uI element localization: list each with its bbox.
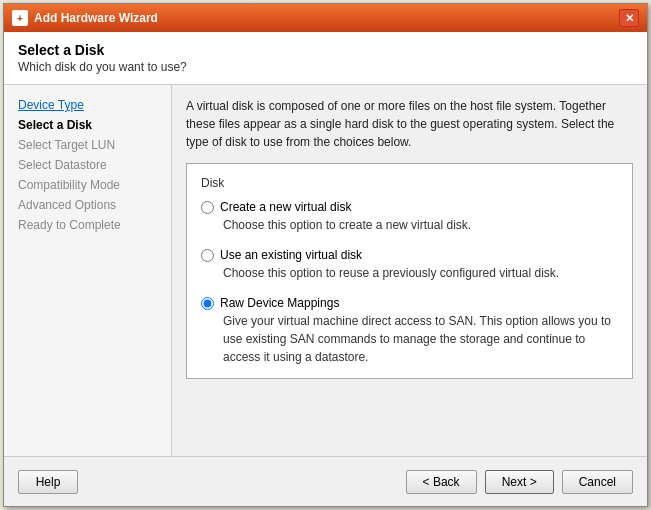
radio-new-disk[interactable] xyxy=(201,201,214,214)
radio-existing-disk[interactable] xyxy=(201,249,214,262)
content-area: Device Type Select a Disk Select Target … xyxy=(4,85,647,456)
option-new-disk: Create a new virtual disk Choose this op… xyxy=(201,200,618,234)
radio-raw-device-label[interactable]: Raw Device Mappings xyxy=(220,296,339,310)
sidebar-item-ready-to-complete: Ready to Complete xyxy=(4,215,171,235)
radio-new-disk-desc: Choose this option to create a new virtu… xyxy=(223,216,618,234)
next-button[interactable]: Next > xyxy=(485,470,554,494)
header: Select a Disk Which disk do you want to … xyxy=(4,32,647,85)
disk-group-label: Disk xyxy=(201,176,618,190)
sidebar: Device Type Select a Disk Select Target … xyxy=(4,85,172,456)
window-icon: + xyxy=(12,10,28,26)
disk-group: Disk Create a new virtual disk Choose th… xyxy=(186,163,633,379)
page-title: Select a Disk xyxy=(18,42,633,58)
footer: Help < Back Next > Cancel xyxy=(4,456,647,506)
footer-left: Help xyxy=(18,470,78,494)
sidebar-item-compatibility-mode: Compatibility Mode xyxy=(4,175,171,195)
sidebar-item-select-datastore: Select Datastore xyxy=(4,155,171,175)
wizard-window: + Add Hardware Wizard ✕ Select a Disk Wh… xyxy=(3,3,648,507)
main-panel: A virtual disk is composed of one or mor… xyxy=(172,85,647,456)
footer-right: < Back Next > Cancel xyxy=(406,470,633,494)
radio-new-disk-label[interactable]: Create a new virtual disk xyxy=(220,200,351,214)
sidebar-item-advanced-options: Advanced Options xyxy=(4,195,171,215)
close-button[interactable]: ✕ xyxy=(619,9,639,27)
sidebar-item-select-disk: Select a Disk xyxy=(4,115,171,135)
page-subtitle: Which disk do you want to use? xyxy=(18,60,633,74)
help-button[interactable]: Help xyxy=(18,470,78,494)
radio-raw-device[interactable] xyxy=(201,297,214,310)
window-title: Add Hardware Wizard xyxy=(34,11,619,25)
radio-existing-disk-label[interactable]: Use an existing virtual disk xyxy=(220,248,362,262)
sidebar-item-device-type[interactable]: Device Type xyxy=(4,95,171,115)
option-raw-device: Raw Device Mappings Give your virtual ma… xyxy=(201,296,618,366)
sidebar-item-target-lun: Select Target LUN xyxy=(4,135,171,155)
option-existing-disk: Use an existing virtual disk Choose this… xyxy=(201,248,618,282)
radio-existing-disk-desc: Choose this option to reuse a previously… xyxy=(223,264,618,282)
title-bar: + Add Hardware Wizard ✕ xyxy=(4,4,647,32)
back-button[interactable]: < Back xyxy=(406,470,477,494)
radio-raw-device-desc: Give your virtual machine direct access … xyxy=(223,312,618,366)
cancel-button[interactable]: Cancel xyxy=(562,470,633,494)
description: A virtual disk is composed of one or mor… xyxy=(186,97,633,151)
